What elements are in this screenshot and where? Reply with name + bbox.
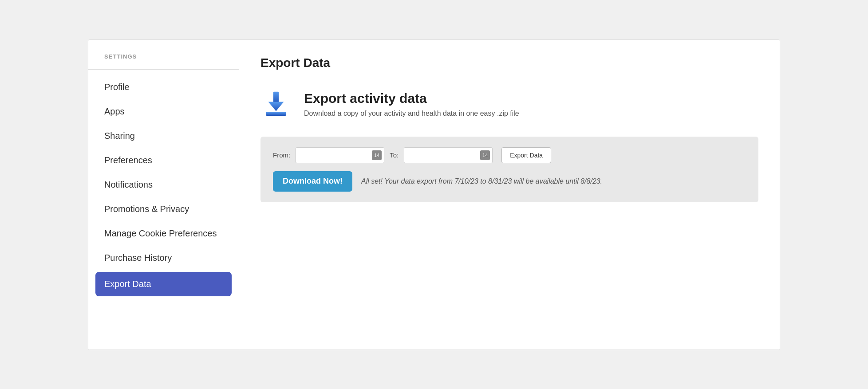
sidebar: SETTINGS Profile Apps Sharing Preference…: [88, 40, 239, 350]
export-activity-text: Export activity data Download a copy of …: [304, 91, 519, 118]
export-status-text: All set! Your data export from 7/10/23 t…: [361, 177, 602, 185]
export-activity-description: Download a copy of your activity and hea…: [304, 110, 519, 118]
svg-rect-2: [266, 112, 286, 116]
to-date-wrapper: 14: [404, 147, 493, 163]
from-calendar-icon[interactable]: 14: [372, 150, 382, 160]
sidebar-header: SETTINGS: [88, 40, 239, 70]
page-title: Export Data: [260, 56, 758, 70]
from-label: From:: [273, 151, 290, 159]
sidebar-item-notifications[interactable]: Notifications: [88, 173, 239, 197]
download-icon-container: [260, 88, 292, 121]
main-content: Export Data: [239, 40, 780, 350]
download-now-button[interactable]: Download Now!: [273, 171, 352, 192]
svg-marker-1: [268, 102, 284, 111]
to-date-input[interactable]: [404, 147, 493, 163]
export-panel: From: 14 To: 14 Export Data Download Now…: [260, 137, 758, 202]
from-date-wrapper: 14: [296, 147, 384, 163]
sidebar-nav: Profile Apps Sharing Preferences Notific…: [88, 70, 239, 350]
sidebar-item-export-data[interactable]: Export Data: [95, 272, 232, 296]
sidebar-item-purchase-history[interactable]: Purchase History: [88, 246, 239, 270]
to-calendar-icon[interactable]: 14: [480, 150, 490, 160]
export-action-row: Download Now! All set! Your data export …: [273, 171, 746, 192]
sidebar-item-sharing[interactable]: Sharing: [88, 124, 239, 148]
export-activity-header: Export activity data Download a copy of …: [260, 88, 758, 130]
sidebar-item-preferences[interactable]: Preferences: [88, 148, 239, 173]
sidebar-item-profile[interactable]: Profile: [88, 75, 239, 99]
export-activity-heading: Export activity data: [304, 91, 519, 106]
sidebar-item-manage-cookie[interactable]: Manage Cookie Preferences: [88, 221, 239, 246]
export-data-button[interactable]: Export Data: [501, 147, 551, 163]
sidebar-title: SETTINGS: [104, 53, 137, 60]
sidebar-item-apps[interactable]: Apps: [88, 99, 239, 124]
download-icon: [260, 88, 292, 119]
to-label: To:: [390, 151, 398, 159]
from-date-input[interactable]: [296, 147, 384, 163]
sidebar-item-promotions-privacy[interactable]: Promotions & Privacy: [88, 197, 239, 221]
app-container: SETTINGS Profile Apps Sharing Preference…: [88, 39, 780, 350]
svg-rect-0: [273, 91, 279, 103]
export-form-row: From: 14 To: 14 Export Data: [273, 147, 746, 163]
